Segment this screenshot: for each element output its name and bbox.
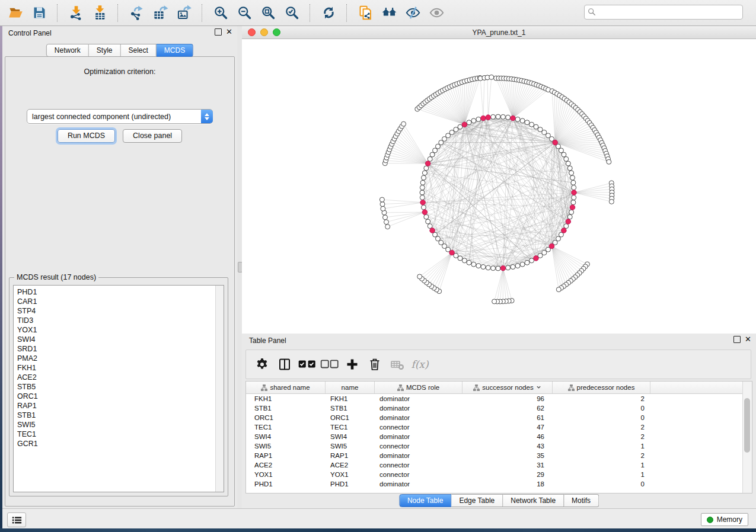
cell-successor-nodes[interactable]: 18 [462,480,553,488]
cell-shared-name[interactable]: STB1 [246,405,326,412]
table-row[interactable]: FKH1FKH1dominator962 [246,394,742,403]
cell-MCDS-role[interactable]: dominator [375,480,462,488]
task-history-button[interactable] [7,512,26,527]
mcds-result-item[interactable]: ORC1 [17,392,215,401]
memory-button[interactable]: Memory [701,513,748,526]
cell-name[interactable]: TEC1 [326,424,375,431]
column-header-predecessor-nodes[interactable]: predecessor nodes [553,382,650,393]
tab-motifs[interactable]: Motifs [564,494,599,507]
cell-successor-nodes[interactable]: 96 [462,395,553,402]
import-network-button[interactable] [64,2,88,24]
cell-predecessor-nodes[interactable]: 1 [553,462,650,469]
plus-button[interactable] [341,353,363,376]
cell-predecessor-nodes[interactable]: 2 [553,452,650,459]
run-mcds-button[interactable]: Run MCDS [58,129,115,143]
tab-mcds[interactable]: MCDS [157,44,193,57]
cell-shared-name[interactable]: ORC1 [246,414,326,421]
cell-MCDS-role[interactable]: dominator [375,395,462,402]
mcds-result-item[interactable]: PHD1 [17,287,215,297]
cell-MCDS-role[interactable]: dominator [375,405,462,412]
unselect-all-button[interactable] [318,353,341,376]
cell-shared-name[interactable]: YOX1 [246,471,326,478]
select-all-button[interactable] [296,353,318,376]
cell-successor-nodes[interactable]: 61 [462,414,553,421]
mcds-result-item[interactable]: STP4 [17,306,215,316]
column-header-shared-name[interactable]: shared name [246,382,326,393]
mcds-result-item[interactable]: STB5 [17,382,215,392]
cell-MCDS-role[interactable]: dominator [375,452,462,459]
trash-button[interactable] [363,353,386,376]
cell-successor-nodes[interactable]: 47 [462,424,553,431]
cell-shared-name[interactable]: ACE2 [246,462,326,469]
tab-network-table[interactable]: Network Table [503,494,564,507]
table-row[interactable]: YOX1YOX1connector291 [246,470,742,479]
mcds-result-item[interactable]: PMA2 [17,354,215,363]
column-header-successor-nodes[interactable]: successor nodes [462,382,553,393]
maximize-window-icon[interactable] [273,28,280,36]
mcds-result-item[interactable]: RAP1 [17,401,215,411]
cell-MCDS-role[interactable]: connector [375,462,462,469]
save-button[interactable] [27,2,51,24]
cell-shared-name[interactable]: PHD1 [246,480,326,488]
table-row[interactable]: STB1STB1dominator620 [246,403,742,413]
gear-button[interactable] [251,353,273,376]
cell-MCDS-role[interactable]: connector [375,471,462,478]
show-eye-button[interactable] [425,2,448,24]
cell-predecessor-nodes[interactable]: 1 [553,471,650,478]
result-list-scrollbar[interactable] [215,286,224,492]
export-image-button[interactable] [172,2,196,24]
import-table-button[interactable] [88,2,111,24]
zoom-fit-button[interactable] [256,2,280,24]
cell-name[interactable]: SWI5 [326,443,375,450]
cell-MCDS-role[interactable]: connector [375,443,462,450]
table-row[interactable]: SWI5SWI5connector431 [246,441,742,451]
column-header-MCDS-role[interactable]: MCDS role [375,382,462,393]
mcds-result-item[interactable]: SWI5 [17,420,215,430]
duplicate-network-button[interactable] [353,2,377,24]
cell-MCDS-role[interactable]: dominator [375,433,462,440]
cell-name[interactable]: YOX1 [326,471,375,478]
mcds-result-item[interactable]: STB1 [17,411,215,420]
column-header-name[interactable]: name [326,382,375,393]
houses-button[interactable] [377,2,401,24]
tab-network[interactable]: Network [46,44,89,57]
mcds-result-item[interactable]: CAR1 [17,297,215,306]
mcds-result-item[interactable]: YOX1 [17,325,215,335]
cell-successor-nodes[interactable]: 62 [462,405,553,412]
mcds-result-item[interactable]: SRD1 [17,344,215,354]
close-panel-icon[interactable]: ✕ [226,29,232,35]
cell-predecessor-nodes[interactable]: 0 [553,414,650,421]
table-scrollbar[interactable] [742,382,752,493]
network-graph[interactable] [242,39,756,334]
cell-name[interactable]: ACE2 [326,462,375,469]
tab-select[interactable]: Select [121,44,157,57]
hide-eye-button[interactable] [401,2,425,24]
cell-MCDS-role[interactable]: dominator [375,414,462,421]
close-panel-button[interactable]: Close panel [123,129,182,143]
export-table-button[interactable] [148,2,172,24]
cell-predecessor-nodes[interactable]: 1 [553,443,650,450]
open-folder-button[interactable] [4,2,27,24]
cell-name[interactable]: STB1 [326,405,375,412]
cell-predecessor-nodes[interactable]: 0 [553,405,650,412]
cell-shared-name[interactable]: SWI4 [246,433,326,440]
table-row[interactable]: RAP1RAP1dominator352 [246,451,742,460]
table-scrollbar-thumb[interactable] [744,398,750,453]
zoom-out-button[interactable] [232,2,256,24]
mcds-result-item[interactable]: FKH1 [17,363,215,373]
cell-predecessor-nodes[interactable]: 2 [553,395,650,402]
close-window-icon[interactable] [248,28,256,36]
cell-name[interactable]: FKH1 [326,395,375,402]
cell-name[interactable]: SWI4 [326,433,375,440]
table-row[interactable]: SWI4SWI4dominator462 [246,432,742,441]
cell-MCDS-role[interactable]: connector [375,424,462,431]
mcds-result-item[interactable]: TID3 [17,316,215,325]
cell-successor-nodes[interactable]: 43 [462,443,553,450]
cell-successor-nodes[interactable]: 29 [462,471,553,478]
cell-successor-nodes[interactable]: 46 [462,433,553,440]
minimize-window-icon[interactable] [260,28,268,36]
network-canvas[interactable] [242,39,756,334]
zoom-selected-button[interactable] [280,2,304,24]
optimization-criterion-select[interactable]: largest connected component (undirected) [27,109,213,124]
tab-style[interactable]: Style [89,44,121,57]
